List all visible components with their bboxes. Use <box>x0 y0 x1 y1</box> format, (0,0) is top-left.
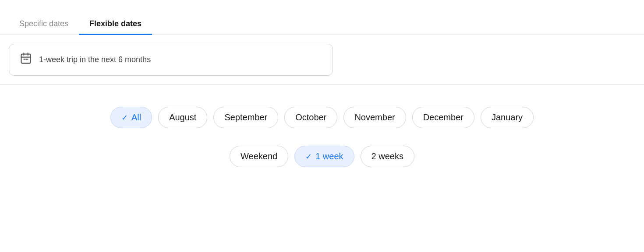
pill-weekend[interactable]: Weekend <box>230 146 288 167</box>
pill-december-label: December <box>423 112 464 122</box>
pill-1week[interactable]: ✓ 1 week <box>294 146 354 167</box>
pill-all-label: All <box>131 112 141 122</box>
tab-specific-dates[interactable]: Specific dates <box>9 14 79 35</box>
pill-november[interactable]: November <box>343 107 406 128</box>
calendar-icon <box>20 52 32 67</box>
svg-rect-0 <box>21 54 31 63</box>
pill-january[interactable]: January <box>481 107 534 128</box>
page-container: Specific dates Flexible dates 1-week tri… <box>0 0 644 252</box>
pill-2weeks[interactable]: 2 weeks <box>361 146 414 167</box>
tab-specific-dates-label: Specific dates <box>19 19 68 28</box>
pill-weekend-label: Weekend <box>241 151 277 161</box>
pill-december[interactable]: December <box>412 107 474 128</box>
check-icon-all: ✓ <box>121 113 128 122</box>
tab-flexible-dates[interactable]: Flexible dates <box>79 14 152 35</box>
tabs-row: Specific dates Flexible dates <box>0 0 644 35</box>
pill-october-label: October <box>295 112 326 122</box>
pill-august[interactable]: August <box>158 107 207 128</box>
summary-text: 1-week trip in the next 6 months <box>39 55 151 64</box>
pill-september-label: September <box>224 112 267 122</box>
tab-flexible-dates-label: Flexible dates <box>89 19 142 28</box>
pill-october[interactable]: October <box>284 107 337 128</box>
pill-1week-label: 1 week <box>315 151 343 161</box>
pill-2weeks-label: 2 weeks <box>372 151 403 161</box>
duration-pills: Weekend ✓ 1 week 2 weeks <box>230 146 414 167</box>
summary-box[interactable]: 1-week trip in the next 6 months <box>9 44 333 76</box>
filters-section: ✓ All August September October November … <box>0 85 644 180</box>
check-icon-1week: ✓ <box>305 152 312 161</box>
pill-august-label: August <box>169 112 196 122</box>
pill-january-label: January <box>492 112 523 122</box>
pill-november-label: November <box>354 112 395 122</box>
summary-section: 1-week trip in the next 6 months <box>0 35 644 85</box>
pill-september[interactable]: September <box>213 107 278 128</box>
month-pills: ✓ All August September October November … <box>110 107 534 128</box>
pill-all[interactable]: ✓ All <box>110 107 152 128</box>
